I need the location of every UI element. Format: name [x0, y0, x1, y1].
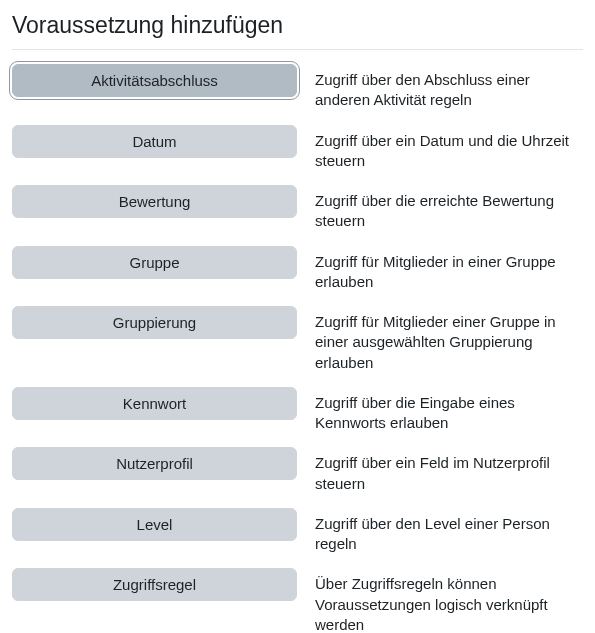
option-activity-completion-desc: Zugriff über den Abschluss einer anderen… — [297, 64, 583, 111]
option-date-desc: Zugriff über ein Datum und die Uhrzeit s… — [297, 125, 583, 172]
option-group[interactable]: Gruppe — [12, 246, 297, 279]
option-activity-completion[interactable]: Aktivitätsabschluss — [12, 64, 297, 97]
option-grouping[interactable]: Gruppierung — [12, 306, 297, 339]
option-restriction-set[interactable]: Zugriffsregel — [12, 568, 297, 601]
option-profile-desc: Zugriff über ein Feld im Nutzerprofil st… — [297, 447, 583, 494]
option-grade[interactable]: Bewertung — [12, 185, 297, 218]
option-restriction-set-desc: Über Zugriffsregeln können Voraussetzung… — [297, 568, 583, 633]
option-date[interactable]: Datum — [12, 125, 297, 158]
option-grade-desc: Zugriff über die erreichte Bewertung ste… — [297, 185, 583, 232]
option-group-desc: Zugriff für Mitglieder in einer Gruppe e… — [297, 246, 583, 293]
option-profile[interactable]: Nutzerprofil — [12, 447, 297, 480]
option-password[interactable]: Kennwort — [12, 387, 297, 420]
dialog-title: Voraussetzung hinzufügen — [12, 12, 583, 39]
option-level-desc: Zugriff über den Level einer Person rege… — [297, 508, 583, 555]
option-level[interactable]: Level — [12, 508, 297, 541]
option-grouping-desc: Zugriff für Mitglieder einer Gruppe in e… — [297, 306, 583, 373]
divider — [12, 49, 583, 50]
option-password-desc: Zugriff über die Eingabe eines Kennworts… — [297, 387, 583, 434]
